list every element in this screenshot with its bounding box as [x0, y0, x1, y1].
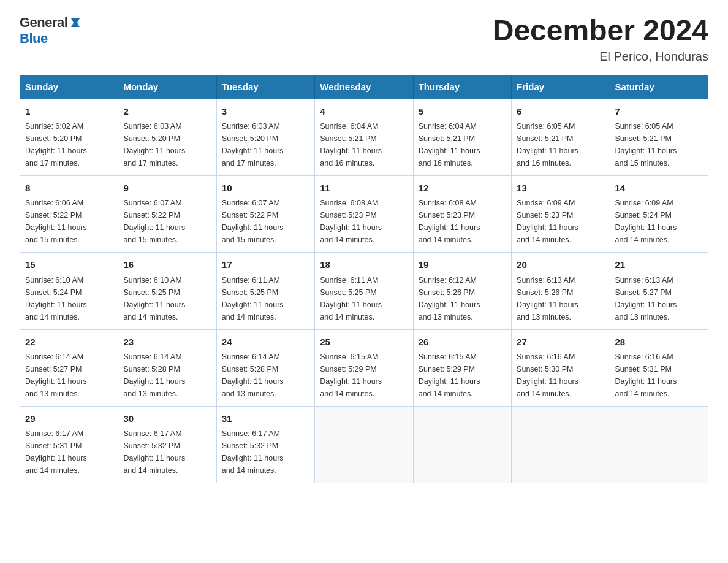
- logo-flag-icon: [69, 16, 82, 29]
- day-info: Sunrise: 6:14 AMSunset: 5:27 PMDaylight:…: [25, 351, 113, 400]
- table-row: 27Sunrise: 6:16 AMSunset: 5:30 PMDayligh…: [512, 329, 610, 406]
- day-info: Sunrise: 6:05 AMSunset: 5:21 PMDaylight:…: [615, 120, 703, 169]
- month-title: December 2024: [493, 15, 708, 47]
- day-number: 17: [222, 258, 309, 272]
- table-row: 11Sunrise: 6:08 AMSunset: 5:23 PMDayligh…: [315, 176, 413, 253]
- table-row: 24Sunrise: 6:14 AMSunset: 5:28 PMDayligh…: [216, 329, 314, 406]
- table-row: 18Sunrise: 6:11 AMSunset: 5:25 PMDayligh…: [315, 253, 413, 329]
- day-info: Sunrise: 6:17 AMSunset: 5:32 PMDaylight:…: [123, 427, 211, 477]
- calendar-table: Sunday Monday Tuesday Wednesday Thursday…: [20, 75, 708, 483]
- day-info: Sunrise: 6:13 AMSunset: 5:26 PMDaylight:…: [517, 274, 604, 323]
- location-title: El Perico, Honduras: [493, 50, 708, 64]
- day-info: Sunrise: 6:14 AMSunset: 5:28 PMDaylight:…: [123, 351, 211, 400]
- day-info: Sunrise: 6:03 AMSunset: 5:20 PMDaylight:…: [123, 120, 211, 169]
- day-number: 23: [123, 335, 211, 349]
- logo-blue: Blue: [20, 31, 48, 46]
- day-number: 3: [222, 104, 309, 118]
- table-row: 28Sunrise: 6:16 AMSunset: 5:31 PMDayligh…: [610, 329, 708, 406]
- logo: General Blue: [20, 15, 82, 47]
- calendar-week-row: 15Sunrise: 6:10 AMSunset: 5:24 PMDayligh…: [20, 253, 708, 329]
- day-info: Sunrise: 6:09 AMSunset: 5:24 PMDaylight:…: [615, 197, 703, 246]
- table-row: 4Sunrise: 6:04 AMSunset: 5:21 PMDaylight…: [315, 99, 413, 176]
- day-number: 15: [25, 258, 113, 272]
- table-row: 17Sunrise: 6:11 AMSunset: 5:25 PMDayligh…: [216, 253, 314, 329]
- day-info: Sunrise: 6:07 AMSunset: 5:22 PMDaylight:…: [222, 197, 309, 246]
- col-monday: Monday: [118, 75, 216, 99]
- day-info: Sunrise: 6:17 AMSunset: 5:31 PMDaylight:…: [25, 427, 113, 477]
- table-row: [315, 406, 413, 483]
- day-number: 4: [320, 104, 408, 118]
- table-row: 3Sunrise: 6:03 AMSunset: 5:20 PMDaylight…: [216, 99, 314, 176]
- day-number: 8: [25, 181, 113, 195]
- calendar-week-row: 8Sunrise: 6:06 AMSunset: 5:22 PMDaylight…: [20, 176, 708, 253]
- day-info: Sunrise: 6:02 AMSunset: 5:20 PMDaylight:…: [25, 120, 113, 169]
- table-row: 16Sunrise: 6:10 AMSunset: 5:25 PMDayligh…: [118, 253, 216, 329]
- day-info: Sunrise: 6:11 AMSunset: 5:25 PMDaylight:…: [222, 274, 309, 323]
- table-row: 26Sunrise: 6:15 AMSunset: 5:29 PMDayligh…: [413, 329, 511, 406]
- calendar-week-row: 1Sunrise: 6:02 AMSunset: 5:20 PMDaylight…: [20, 99, 708, 176]
- table-row: 14Sunrise: 6:09 AMSunset: 5:24 PMDayligh…: [610, 176, 708, 253]
- col-wednesday: Wednesday: [315, 75, 413, 99]
- table-row: 31Sunrise: 6:17 AMSunset: 5:32 PMDayligh…: [216, 406, 314, 483]
- day-number: 14: [615, 181, 703, 195]
- day-info: Sunrise: 6:17 AMSunset: 5:32 PMDaylight:…: [222, 427, 309, 477]
- day-number: 18: [320, 258, 408, 272]
- day-info: Sunrise: 6:16 AMSunset: 5:31 PMDaylight:…: [615, 351, 703, 400]
- day-number: 30: [123, 412, 211, 426]
- day-info: Sunrise: 6:06 AMSunset: 5:22 PMDaylight:…: [25, 197, 113, 246]
- table-row: [512, 406, 610, 483]
- day-number: 20: [517, 258, 604, 272]
- table-row: [413, 406, 511, 483]
- table-row: 22Sunrise: 6:14 AMSunset: 5:27 PMDayligh…: [20, 329, 118, 406]
- day-number: 12: [419, 181, 506, 195]
- day-number: 5: [419, 104, 506, 118]
- day-number: 31: [222, 412, 309, 426]
- day-number: 10: [222, 181, 309, 195]
- day-number: 2: [123, 104, 211, 118]
- table-row: 25Sunrise: 6:15 AMSunset: 5:29 PMDayligh…: [315, 329, 413, 406]
- day-number: 1: [25, 104, 113, 118]
- table-row: 19Sunrise: 6:12 AMSunset: 5:26 PMDayligh…: [413, 253, 511, 329]
- day-info: Sunrise: 6:14 AMSunset: 5:28 PMDaylight:…: [222, 351, 309, 400]
- table-row: 8Sunrise: 6:06 AMSunset: 5:22 PMDaylight…: [20, 176, 118, 253]
- day-number: 7: [615, 104, 703, 118]
- day-info: Sunrise: 6:13 AMSunset: 5:27 PMDaylight:…: [615, 274, 703, 323]
- day-info: Sunrise: 6:15 AMSunset: 5:29 PMDaylight:…: [419, 351, 506, 400]
- col-saturday: Saturday: [610, 75, 708, 99]
- table-row: 5Sunrise: 6:04 AMSunset: 5:21 PMDaylight…: [413, 99, 511, 176]
- table-row: 15Sunrise: 6:10 AMSunset: 5:24 PMDayligh…: [20, 253, 118, 329]
- day-number: 24: [222, 335, 309, 349]
- day-number: 19: [419, 258, 506, 272]
- col-friday: Friday: [512, 75, 610, 99]
- calendar-header-row: Sunday Monday Tuesday Wednesday Thursday…: [20, 75, 708, 99]
- table-row: 12Sunrise: 6:08 AMSunset: 5:23 PMDayligh…: [413, 176, 511, 253]
- table-row: 21Sunrise: 6:13 AMSunset: 5:27 PMDayligh…: [610, 253, 708, 329]
- day-info: Sunrise: 6:08 AMSunset: 5:23 PMDaylight:…: [419, 197, 506, 246]
- table-row: 1Sunrise: 6:02 AMSunset: 5:20 PMDaylight…: [20, 99, 118, 176]
- title-block: December 2024 El Perico, Honduras: [493, 15, 708, 64]
- day-number: 13: [517, 181, 604, 195]
- table-row: 29Sunrise: 6:17 AMSunset: 5:31 PMDayligh…: [20, 406, 118, 483]
- day-info: Sunrise: 6:09 AMSunset: 5:23 PMDaylight:…: [517, 197, 604, 246]
- day-info: Sunrise: 6:04 AMSunset: 5:21 PMDaylight:…: [320, 120, 408, 169]
- svg-marker-0: [71, 18, 80, 27]
- day-number: 25: [320, 335, 408, 349]
- col-tuesday: Tuesday: [216, 75, 314, 99]
- table-row: [610, 406, 708, 483]
- day-info: Sunrise: 6:10 AMSunset: 5:24 PMDaylight:…: [25, 274, 113, 323]
- page-header: General Blue December 2024 El Perico, Ho…: [20, 15, 708, 64]
- day-info: Sunrise: 6:12 AMSunset: 5:26 PMDaylight:…: [419, 274, 506, 323]
- table-row: 2Sunrise: 6:03 AMSunset: 5:20 PMDaylight…: [118, 99, 216, 176]
- table-row: 13Sunrise: 6:09 AMSunset: 5:23 PMDayligh…: [512, 176, 610, 253]
- day-number: 28: [615, 335, 703, 349]
- table-row: 20Sunrise: 6:13 AMSunset: 5:26 PMDayligh…: [512, 253, 610, 329]
- day-number: 6: [517, 104, 604, 118]
- calendar-week-row: 22Sunrise: 6:14 AMSunset: 5:27 PMDayligh…: [20, 329, 708, 406]
- table-row: 10Sunrise: 6:07 AMSunset: 5:22 PMDayligh…: [216, 176, 314, 253]
- day-number: 16: [123, 258, 211, 272]
- day-info: Sunrise: 6:07 AMSunset: 5:22 PMDaylight:…: [123, 197, 211, 246]
- day-number: 26: [419, 335, 506, 349]
- day-info: Sunrise: 6:11 AMSunset: 5:25 PMDaylight:…: [320, 274, 408, 323]
- day-info: Sunrise: 6:15 AMSunset: 5:29 PMDaylight:…: [320, 351, 408, 400]
- day-number: 27: [517, 335, 604, 349]
